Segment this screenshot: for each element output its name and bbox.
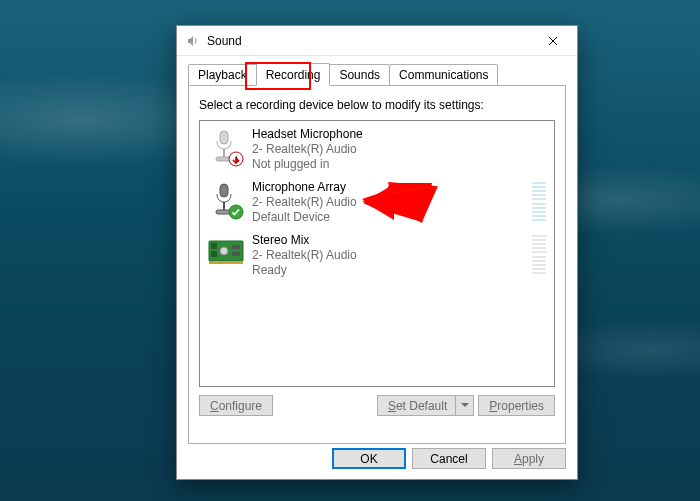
device-driver: 2- Realtek(R) Audio: [252, 142, 546, 157]
device-status: Default Device: [252, 210, 526, 225]
device-list[interactable]: Headset Microphone 2- Realtek(R) Audio N…: [199, 120, 555, 387]
dialog-footer: OK Cancel ApplyApply: [332, 448, 566, 469]
svg-rect-5: [223, 202, 225, 210]
ok-button[interactable]: OK: [332, 448, 406, 469]
svg-rect-12: [232, 245, 240, 249]
window-title: Sound: [207, 34, 530, 48]
device-status: Not plugged in: [252, 157, 546, 172]
default-badge-icon: [228, 204, 244, 220]
svg-rect-13: [232, 252, 240, 256]
close-button[interactable]: [530, 26, 575, 55]
device-stereo-mix[interactable]: Stereo Mix 2- Realtek(R) Audio Ready: [202, 229, 552, 282]
tab-strip: Playback Recording Sounds Communications: [188, 64, 566, 86]
cancel-button[interactable]: Cancel: [412, 448, 486, 469]
device-name: Headset Microphone: [252, 127, 546, 142]
device-name: Microphone Array: [252, 180, 526, 195]
soundcard-icon: [208, 233, 244, 273]
device-headset-microphone[interactable]: Headset Microphone 2- Realtek(R) Audio N…: [202, 123, 552, 176]
level-meter: [532, 235, 546, 274]
tab-communications[interactable]: Communications: [389, 64, 498, 86]
svg-point-11: [220, 247, 228, 255]
tab-sounds[interactable]: Sounds: [329, 64, 390, 86]
svg-rect-4: [220, 184, 228, 197]
recording-panel: Select a recording device below to modif…: [188, 85, 566, 444]
properties-button[interactable]: PropertiesProperties: [478, 395, 555, 416]
speaker-icon: [185, 33, 201, 49]
instruction-text: Select a recording device below to modif…: [199, 98, 555, 112]
configure-button[interactable]: CConfigureonfigure: [199, 395, 273, 416]
level-meter: [532, 182, 546, 221]
tab-playback[interactable]: Playback: [188, 64, 257, 86]
sound-dialog: Sound Playback Recording Sounds Communic…: [176, 25, 578, 480]
unplugged-badge-icon: [228, 151, 244, 167]
svg-rect-0: [220, 131, 228, 144]
device-name: Stereo Mix: [252, 233, 526, 248]
microphone-icon: [208, 180, 244, 220]
apply-button[interactable]: ApplyApply: [492, 448, 566, 469]
device-driver: 2- Realtek(R) Audio: [252, 195, 526, 210]
close-icon: [548, 36, 558, 46]
microphone-icon: [208, 127, 244, 167]
panel-button-row: CConfigureonfigure Set Default Set Defau…: [199, 395, 555, 416]
device-microphone-array[interactable]: Microphone Array 2- Realtek(R) Audio Def…: [202, 176, 552, 229]
set-default-button[interactable]: Set Default Set Default: [377, 395, 474, 416]
svg-rect-10: [211, 251, 217, 257]
svg-rect-1: [223, 149, 225, 157]
tab-recording[interactable]: Recording: [256, 63, 331, 86]
device-status: Ready: [252, 263, 526, 278]
svg-rect-9: [211, 243, 217, 249]
device-driver: 2- Realtek(R) Audio: [252, 248, 526, 263]
chevron-down-icon[interactable]: [455, 395, 473, 416]
titlebar[interactable]: Sound: [177, 26, 577, 56]
svg-rect-14: [209, 261, 243, 264]
